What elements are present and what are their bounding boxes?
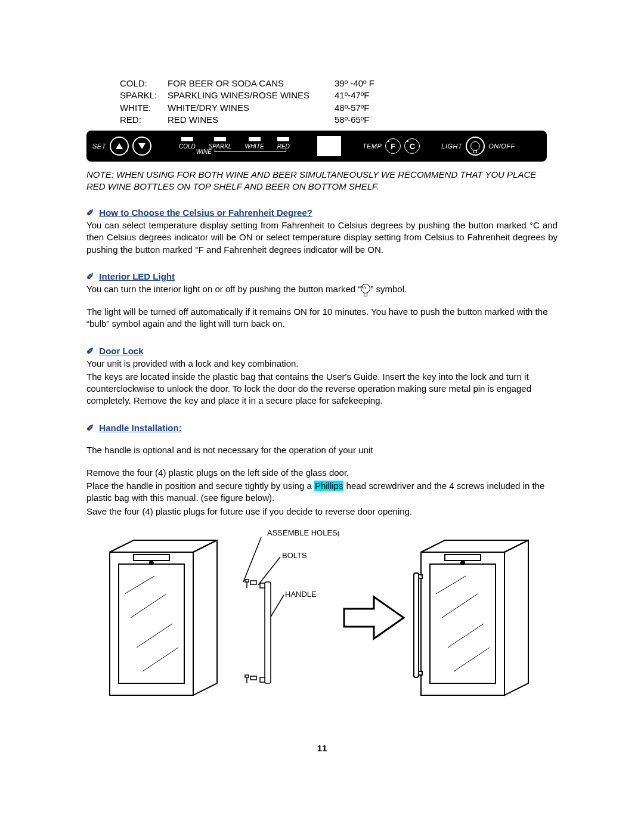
section-head-celsius: How to Choose the Celsius or Fahrenheit … xyxy=(86,208,558,218)
mode-desc: WHITE/DRY WINES xyxy=(168,102,335,114)
table-row: RED: RED WINES 58º-65ºF xyxy=(120,114,558,126)
display-screen xyxy=(317,136,341,156)
section-body: The handle is optional and is not necess… xyxy=(86,444,558,456)
wine-bracket xyxy=(215,148,286,152)
section-body: You can turn the interior light on or of… xyxy=(86,283,558,295)
svg-rect-17 xyxy=(260,583,265,588)
text-fragment: Place the handle in position and secure … xyxy=(86,481,314,491)
manual-page: COLD: FOR BEER OR SODA CANS 39º -40º F S… xyxy=(86,0,558,777)
highlighted-term: Phillips xyxy=(314,481,344,491)
svg-point-35 xyxy=(461,561,465,565)
section-head-lock: Door Lock xyxy=(86,346,558,357)
light-label: LIGHT xyxy=(441,143,462,150)
mode-label: RED: xyxy=(120,114,168,126)
svg-marker-25 xyxy=(344,597,404,639)
temperature-table: COLD: FOR BEER OR SODA CANS 39º -40º F S… xyxy=(120,78,558,126)
text-fragment: You can turn the interior light on or of… xyxy=(86,284,361,294)
mode-red: RED xyxy=(277,137,290,150)
section-body: Your unit is provided with a lock and ke… xyxy=(86,358,558,370)
page-number: 11 xyxy=(86,743,558,753)
mode-range: 48º-57ºF xyxy=(335,102,394,114)
section-body: Remove the four (4) plastic plugs on the… xyxy=(86,467,558,479)
svg-rect-24 xyxy=(250,676,256,680)
mode-label: COLD: xyxy=(120,78,168,89)
handle-figure: ASSEMBLE HOLES(4) BOLTS HANDLE xyxy=(86,528,558,707)
section-body: Save the four (4) plastic plugs for futu… xyxy=(86,506,558,518)
section-body: You can select temperature display setti… xyxy=(86,219,558,256)
arrow-down-icon xyxy=(132,137,151,156)
celsius-icon: C xyxy=(404,138,420,154)
svg-rect-21 xyxy=(250,581,256,584)
svg-point-9 xyxy=(150,561,153,565)
mode-label: WHITE: xyxy=(120,102,168,114)
temp-label: TEMP xyxy=(363,143,382,150)
section-head-led: Interior LED Light xyxy=(86,271,558,282)
svg-rect-8 xyxy=(134,555,169,561)
svg-text:ASSEMBLE HOLES(4): ASSEMBLE HOLES(4) xyxy=(267,528,339,537)
svg-rect-34 xyxy=(445,555,481,561)
svg-text:BOLTS: BOLTS xyxy=(282,551,307,560)
svg-rect-18 xyxy=(260,677,265,682)
mode-indicator-group: COLD SPARKL WHITE RED WINE xyxy=(179,137,290,155)
svg-rect-38 xyxy=(419,671,422,675)
onoff-label: ON/OFF xyxy=(488,143,515,150)
svg-line-11 xyxy=(243,537,261,582)
section-head-handle: Handle Installation: xyxy=(86,423,558,433)
mode-cold: COLD xyxy=(179,137,196,150)
bulb-icon xyxy=(361,284,370,293)
mode-range: 58º-65ºF xyxy=(335,114,394,126)
section-body: Place the handle in position and secure … xyxy=(86,480,558,504)
svg-rect-20 xyxy=(245,580,249,582)
mode-sparkl: SPARKL xyxy=(209,137,232,150)
svg-line-13 xyxy=(258,557,280,585)
mode-range: 41º-47ºF xyxy=(335,89,394,101)
mode-white: WHITE xyxy=(244,137,264,150)
table-row: COLD: FOR BEER OR SODA CANS 39º -40º F xyxy=(120,78,558,89)
svg-text:HANDLE: HANDLE xyxy=(285,590,317,599)
svg-rect-16 xyxy=(265,582,271,683)
svg-rect-37 xyxy=(419,575,422,578)
handle-parts-icon: ASSEMBLE HOLES(4) BOLTS HANDLE xyxy=(237,528,339,707)
text-fragment: ” symbol. xyxy=(370,284,407,294)
mode-desc: SPARKLING WINES/ROSE WINES xyxy=(168,89,335,101)
section-body: The light will be turned off automatical… xyxy=(86,306,558,330)
mode-desc: RED WINES xyxy=(168,114,335,126)
arrow-up-icon xyxy=(110,137,129,156)
table-row: WHITE: WHITE/DRY WINES 48º-57ºF xyxy=(120,102,558,114)
svg-marker-2 xyxy=(193,540,217,695)
section-body: The keys are located inside the plastic … xyxy=(86,371,558,407)
fridge-before-icon xyxy=(98,528,235,707)
mode-label: SPARKL: xyxy=(120,89,168,101)
svg-marker-28 xyxy=(504,540,528,695)
table-row: SPARKL: SPARKLING WINES/ROSE WINES 41º-4… xyxy=(120,89,558,101)
svg-rect-36 xyxy=(414,573,419,677)
fahrenheit-icon: F xyxy=(385,138,401,154)
mode-range: 39º -40º F xyxy=(335,78,394,89)
svg-rect-23 xyxy=(245,675,249,677)
set-label: SET xyxy=(92,143,106,150)
arrow-right-icon xyxy=(341,591,407,645)
wine-label: WINE xyxy=(196,148,212,155)
fridge-after-icon xyxy=(409,528,546,707)
mode-desc: FOR BEER OR SODA CANS xyxy=(168,78,335,89)
svg-line-15 xyxy=(270,595,284,618)
control-panel-diagram: SET COLD SPARKL WHITE RED WINE TEMP F C … xyxy=(86,131,547,162)
bulb-icon xyxy=(466,137,485,156)
usage-note: NOTE: WHEN USING FOR BOTH WINE AND BEER … xyxy=(86,169,558,192)
